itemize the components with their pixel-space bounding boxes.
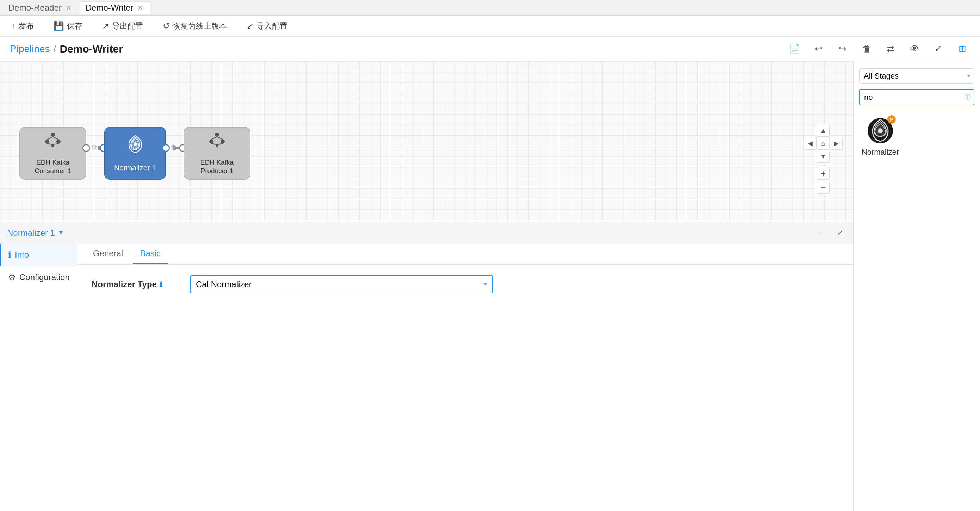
nav-home-button[interactable]: ⌂	[817, 137, 830, 150]
tab-demo-reader-close[interactable]: ✕	[65, 3, 73, 12]
tab-basic[interactable]: Basic	[133, 248, 168, 264]
consumer-right-connector[interactable]	[83, 144, 90, 152]
panel-minimize-button[interactable]: −	[815, 227, 828, 239]
normalizer-sidebar-item[interactable]: P Normalizer	[859, 112, 902, 161]
normalizer-item-label: Normalizer	[862, 148, 899, 157]
nav-item-info-label: Info	[15, 250, 29, 260]
eye-button[interactable]: 👁	[907, 41, 922, 57]
node-kafka-consumer[interactable]: EDH Kafka Consumer 1	[19, 127, 86, 180]
svg-point-14	[221, 140, 225, 144]
svg-point-12	[215, 132, 219, 137]
panel-left-nav: ℹ Info ⚙ Configuration	[0, 244, 78, 511]
tab-demo-writer-close[interactable]: ✕	[137, 3, 144, 12]
publish-button[interactable]: ↑ 发布	[8, 19, 37, 33]
panel-maximize-button[interactable]: ⤢	[834, 227, 846, 239]
header-actions: 📄 ↩ ↪ 🗑 ⇄ 👁 ✓ ⊞	[787, 41, 970, 57]
svg-line-18	[212, 144, 217, 145]
right-sidebar: All Stages ⓘ P Normalizer	[853, 61, 980, 511]
svg-line-8	[53, 137, 59, 140]
sidebar-search: ⓘ	[859, 89, 974, 105]
tab-demo-reader-label: Demo-Reader	[8, 3, 62, 13]
tab-basic-label: Basic	[140, 248, 161, 258]
page-header: Pipelines / Demo-Writer 📄 ↩ ↪ 🗑 ⇄ 👁 ✓ ⊞	[0, 37, 980, 61]
nav-left-button[interactable]: ◀	[804, 137, 816, 150]
grid-button[interactable]: ⊞	[955, 41, 970, 57]
save-label: 保存	[67, 21, 83, 31]
tab-general-label: General	[93, 248, 123, 258]
tab-demo-writer[interactable]: Demo-Writer ✕	[80, 2, 150, 14]
normalizer-type-info-icon[interactable]: ℹ	[159, 280, 162, 289]
bottom-panel: Normalizer 1 ▼ − ⤢ ℹ Info ⚙	[0, 222, 853, 511]
node-normalizer-1[interactable]: Normalizer 1	[104, 127, 166, 180]
restore-icon: ↺	[163, 21, 170, 31]
config-icon: ⚙	[8, 272, 16, 282]
save-button[interactable]: 💾 保存	[51, 19, 85, 33]
svg-point-13	[209, 140, 213, 144]
panel-controls: − ⤢	[815, 227, 846, 239]
panel-title-text: Normalizer 1	[7, 228, 55, 238]
nav-up-button[interactable]: ▲	[817, 124, 830, 137]
toolbar: ↑ 发布 💾 保存 ↗ 导出配置 ↺ 恢复为线上版本 ↙ 导入配置	[0, 16, 980, 37]
normalizer-1-label: Normalizer 1	[111, 163, 159, 172]
search-info-icon: ⓘ	[964, 93, 971, 102]
node-kafka-producer[interactable]: EDH Kafka Producer 1	[183, 127, 250, 180]
svg-point-21	[878, 128, 883, 133]
main-area: EDH Kafka Consumer 1 ⚙ Normalizer 1	[0, 61, 980, 511]
check-button[interactable]: ✓	[931, 41, 946, 57]
export-config-button[interactable]: ↗ 导出配置	[99, 19, 146, 33]
nav-right-button[interactable]: ▶	[830, 137, 843, 150]
tab-demo-writer-label: Demo-Writer	[86, 3, 134, 13]
kafka-producer-label: EDH Kafka Producer 1	[184, 158, 250, 175]
export-icon: ↗	[102, 21, 109, 31]
breadcrumb-root[interactable]: Pipelines	[10, 43, 50, 55]
svg-line-17	[217, 137, 223, 140]
delete-button[interactable]: 🗑	[859, 41, 874, 57]
zoom-controls: + −	[817, 167, 830, 194]
pipeline-canvas[interactable]: EDH Kafka Consumer 1 ⚙ Normalizer 1	[0, 61, 853, 222]
nav-item-config-label: Configuration	[19, 272, 70, 282]
save-icon: 💾	[54, 21, 64, 31]
import-label: 导入配置	[256, 21, 288, 31]
connector-gear-1: ⚙	[91, 143, 97, 151]
tab-demo-reader[interactable]: Demo-Reader ✕	[3, 2, 78, 14]
normalizer-sidebar-icon: P	[866, 117, 894, 145]
undo-button[interactable]: ↩	[811, 41, 826, 57]
normalizer-type-row: Normalizer Type ℹ Cal Normalizer Field N…	[92, 275, 839, 293]
svg-line-19	[217, 144, 223, 145]
panel-title-chevron: ▼	[58, 229, 64, 236]
doc-button[interactable]: 📄	[787, 41, 802, 57]
panel-tabs: General Basic	[78, 244, 853, 265]
search-input[interactable]	[859, 89, 974, 105]
svg-line-16	[212, 137, 217, 140]
breadcrumb-sep: /	[54, 43, 56, 55]
import-config-button[interactable]: ↙ 导入配置	[244, 19, 290, 33]
nav-down-button[interactable]: ▼	[817, 150, 830, 163]
stage-filter-select[interactable]: All Stages	[859, 68, 974, 84]
shuffle-button[interactable]: ⇄	[883, 41, 898, 57]
svg-point-15	[216, 145, 218, 147]
nav-item-configuration[interactable]: ⚙ Configuration	[0, 266, 77, 289]
redo-button[interactable]: ↪	[835, 41, 850, 57]
kafka-producer-icon	[208, 131, 226, 155]
premium-badge: P	[887, 115, 896, 124]
restore-button[interactable]: ↺ 恢复为线上版本	[160, 19, 230, 33]
normalizer-icon	[126, 134, 145, 160]
canvas-wrapper: EDH Kafka Consumer 1 ⚙ Normalizer 1	[0, 61, 853, 511]
info-icon: ℹ	[8, 250, 11, 260]
panel-title[interactable]: Normalizer 1 ▼	[7, 228, 64, 238]
kafka-consumer-icon	[44, 131, 62, 155]
nav-ring: ▲ ◀ ⌂ ▶ ▼	[804, 124, 843, 163]
svg-point-3	[51, 132, 55, 137]
zoom-out-button[interactable]: −	[817, 181, 830, 194]
breadcrumb-current: Demo-Writer	[59, 43, 123, 55]
zoom-in-button[interactable]: +	[817, 167, 830, 180]
normalizer-right-connector[interactable]	[162, 144, 170, 152]
bottom-panel-body: ℹ Info ⚙ Configuration General	[0, 244, 853, 511]
tab-general[interactable]: General	[86, 248, 130, 264]
export-label: 导出配置	[112, 21, 143, 31]
svg-line-9	[47, 144, 53, 145]
normalizer-type-control: Cal Normalizer Field Normalizer Root Fie…	[190, 275, 839, 293]
panel-content: General Basic Normalizer Type ℹ	[78, 244, 853, 511]
normalizer-type-select[interactable]: Cal Normalizer Field Normalizer Root Fie…	[190, 275, 493, 293]
nav-item-info[interactable]: ℹ Info	[0, 244, 77, 266]
